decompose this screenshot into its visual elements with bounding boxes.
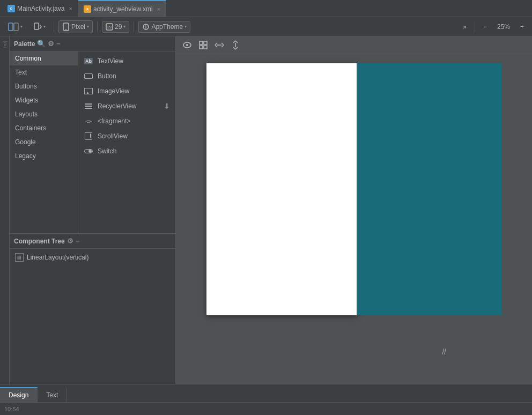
tab-design-label: Design [9, 391, 28, 399]
api-chevron: ▾ [123, 24, 125, 29]
resize-handle[interactable]: // [442, 347, 446, 356]
bottom-tabs: Design Text [0, 384, 532, 402]
svg-rect-13 [204, 46, 207, 49]
palette-cat-widgets[interactable]: Widgets [10, 93, 78, 107]
toolbar-sep-3 [134, 21, 134, 32]
tab-bar: c MainActivity.java × x activity_webview… [0, 0, 532, 17]
svg-rect-2 [34, 23, 39, 29]
palette-item-imageview[interactable]: ImageView [78, 84, 175, 99]
zoom-out-icon: − [483, 23, 487, 31]
palette-item-textview[interactable]: Ab TextView [78, 54, 175, 69]
left-edge-label: no) [2, 41, 8, 48]
eye-icon [183, 42, 191, 48]
zoom-in-button[interactable]: + [516, 21, 528, 33]
grid-button[interactable] [196, 39, 210, 51]
tab-activity-webview[interactable]: x activity_webview.xml × [78, 0, 166, 17]
left-edge-strip: no) [0, 36, 10, 384]
expand-horizontal-icon [215, 41, 224, 49]
component-tree-collapse-icon[interactable]: − [76, 237, 80, 245]
theme-chevron: ▾ [184, 24, 187, 29]
expand-horizontal-button[interactable] [212, 39, 226, 51]
palette-item-imageview-label: ImageView [98, 87, 129, 95]
palette-cat-google[interactable]: Google [10, 135, 78, 149]
more-options-label: » [463, 23, 467, 31]
device-frames [206, 63, 501, 315]
palette-cat-text[interactable]: Text [10, 65, 78, 79]
palette-section: Palette 🔍 ⚙ − Common Text Buttons Widget… [10, 36, 175, 234]
more-options-button[interactable]: » [459, 21, 470, 33]
palette-header: Palette 🔍 ⚙ − [10, 36, 175, 51]
tab-main-activity[interactable]: c MainActivity.java × [2, 0, 78, 17]
expand-vertical-button[interactable] [228, 39, 242, 51]
zoom-out-button[interactable]: − [479, 21, 491, 33]
recyclerview-icon [84, 101, 93, 111]
orient-button[interactable]: ▾ [29, 20, 49, 33]
palette-cat-legacy[interactable]: Legacy [10, 149, 78, 163]
zoom-level-label: 25% [494, 23, 513, 31]
component-tree-section: Component Tree ⚙ − ▤ LinearLayout(vertic… [10, 234, 175, 384]
tab-text[interactable]: Text [38, 387, 67, 402]
palette-settings-icon[interactable]: ⚙ [48, 40, 54, 48]
palette-items: Ab TextView Button Imag [78, 51, 175, 233]
theme-icon [142, 23, 150, 31]
palette-item-scrollview-label: ScrollView [98, 132, 128, 140]
api-dropdown[interactable]: 29 29 ▾ [102, 21, 129, 33]
expand-vertical-icon [232, 40, 239, 50]
svg-rect-1 [14, 23, 18, 31]
palette-item-switch-label: Switch [98, 147, 116, 155]
palette-item-textview-label: TextView [98, 57, 123, 65]
tab-main-activity-close[interactable]: × [69, 5, 72, 12]
phone-icon [62, 23, 70, 31]
palette-cat-layouts[interactable]: Layouts [10, 107, 78, 121]
view-toggle-button[interactable]: ▾ [4, 20, 26, 33]
svg-rect-0 [9, 23, 13, 31]
toolbar-sep-2 [97, 21, 98, 32]
status-bar: 10:54 [0, 402, 532, 415]
view-toggle-chevron: ▾ [20, 24, 23, 29]
component-tree-title: Component Tree [14, 238, 65, 245]
palette-collapse-icon[interactable]: − [56, 40, 61, 48]
tree-item-linearlayout[interactable]: ▤ LinearLayout(vertical) [10, 251, 175, 264]
palette-search-icon[interactable]: 🔍 [37, 40, 46, 48]
tab-activity-webview-close[interactable]: × [157, 6, 160, 12]
palette-item-button[interactable]: Button [78, 69, 175, 84]
button-icon [84, 71, 93, 81]
tree-body: ▤ LinearLayout(vertical) [10, 249, 175, 384]
palette-item-fragment[interactable]: <> <fragment> [78, 114, 175, 129]
component-tree-settings-icon[interactable]: ⚙ [67, 237, 73, 245]
pixel-chevron: ▾ [87, 24, 89, 29]
theme-dropdown[interactable]: AppTheme ▾ [138, 21, 190, 33]
pixel-dropdown[interactable]: Pixel ▾ [58, 20, 93, 33]
eye-button[interactable] [180, 39, 194, 51]
palette-item-scrollview[interactable]: ScrollView [78, 129, 175, 144]
toolbar-sep-4 [475, 21, 475, 32]
status-time: 10:54 [4, 406, 19, 412]
palette-cat-buttons[interactable]: Buttons [10, 79, 78, 93]
fragment-icon: <> [84, 116, 93, 126]
palette-item-switch[interactable]: Switch [78, 144, 175, 159]
svg-rect-10 [200, 41, 203, 45]
palette-cat-containers[interactable]: Containers [10, 121, 78, 135]
palette-categories: Common Text Buttons Widgets Layouts Cont… [10, 51, 78, 233]
svg-text:29: 29 [107, 25, 112, 29]
palette-cat-common[interactable]: Common [10, 51, 78, 65]
linearlayout-icon: ▤ [15, 253, 24, 262]
api-label: 29 [115, 23, 122, 31]
tab-design[interactable]: Design [0, 387, 38, 402]
canvas-toolbar [176, 36, 532, 54]
tree-item-linearlayout-label: LinearLayout(vertical) [27, 254, 88, 261]
palette-item-fragment-label: <fragment> [98, 117, 130, 125]
tab-text-label: Text [46, 391, 58, 399]
palette-item-recyclerview-label: RecyclerView [98, 102, 136, 110]
palette-title: Palette [14, 40, 35, 48]
grid-icon [199, 41, 208, 49]
design-canvas[interactable]: // [176, 36, 532, 384]
palette-item-recyclerview[interactable]: RecyclerView ⬇ [78, 99, 175, 114]
main-toolbar: ▾ ▾ Pixel ▾ 29 29 ▾ AppTheme ▾ [0, 17, 532, 36]
scrollview-icon [84, 131, 93, 141]
theme-label: AppTheme [151, 23, 183, 31]
tab-main-activity-label: MainActivity.java [17, 5, 64, 12]
recyclerview-download-icon[interactable]: ⬇ [164, 102, 170, 110]
svg-point-4 [65, 29, 66, 30]
svg-point-9 [186, 44, 188, 46]
